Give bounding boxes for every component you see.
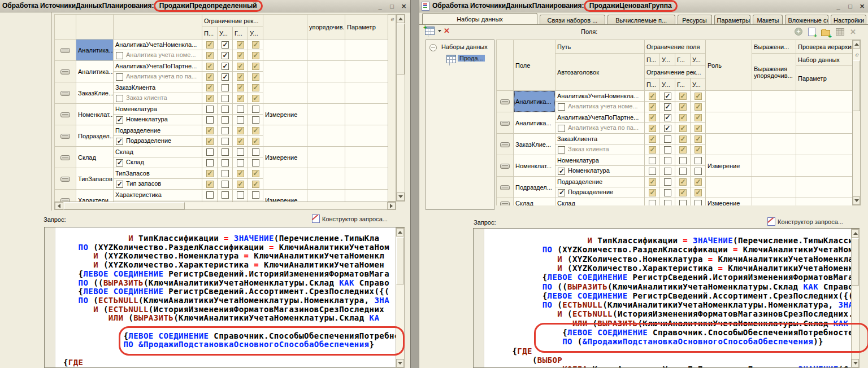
checkbox[interactable] bbox=[695, 168, 702, 175]
restriction-cell[interactable] bbox=[645, 91, 660, 102]
restriction-cell[interactable] bbox=[233, 82, 248, 93]
restriction-cell[interactable] bbox=[645, 134, 660, 144]
checkbox[interactable] bbox=[237, 191, 244, 199]
right-grid-vscrollbar[interactable]: e bbox=[852, 40, 861, 205]
checkbox[interactable] bbox=[695, 93, 702, 100]
checkbox[interactable] bbox=[664, 157, 671, 164]
checkbox[interactable] bbox=[558, 168, 565, 175]
checkbox[interactable] bbox=[679, 178, 687, 186]
restriction-cell[interactable] bbox=[233, 179, 248, 190]
restriction-cell[interactable] bbox=[660, 144, 675, 155]
field-cell[interactable]: ТипЗапасов bbox=[76, 168, 114, 190]
checkbox[interactable] bbox=[649, 114, 656, 121]
tab-3[interactable]: Вычисляемые п... bbox=[607, 15, 675, 25]
checkbox[interactable] bbox=[206, 106, 214, 113]
role-cell[interactable] bbox=[706, 134, 752, 155]
restriction-cell[interactable] bbox=[218, 179, 233, 190]
checkbox[interactable] bbox=[695, 200, 702, 205]
parameter-cell[interactable] bbox=[345, 168, 388, 190]
checkbox[interactable] bbox=[206, 191, 214, 199]
expression-cell[interactable] bbox=[307, 147, 345, 168]
checkbox[interactable] bbox=[679, 125, 687, 132]
path-cell[interactable]: Склад bbox=[555, 198, 645, 206]
close-button[interactable]: ✕ bbox=[400, 2, 408, 10]
row-drag-handle[interactable] bbox=[60, 177, 70, 182]
checkbox[interactable] bbox=[649, 157, 656, 164]
checkbox[interactable] bbox=[558, 189, 565, 196]
checkbox[interactable] bbox=[237, 41, 244, 49]
right-query-vscrollbar[interactable] bbox=[851, 229, 860, 368]
restriction-cell[interactable] bbox=[218, 72, 233, 82]
restriction-cell[interactable] bbox=[248, 40, 263, 50]
role-cell[interactable]: Измерение bbox=[263, 190, 307, 202]
expression-cell[interactable] bbox=[307, 168, 345, 190]
role-cell[interactable] bbox=[263, 82, 307, 104]
checkbox[interactable] bbox=[664, 135, 671, 143]
restriction-cell[interactable] bbox=[248, 168, 263, 179]
add-folder-icon[interactable]: + bbox=[821, 30, 830, 36]
restriction-cell[interactable] bbox=[248, 179, 263, 190]
right-window-titlebar[interactable]: Обработка ИсточникиДанныхПланирования: П… bbox=[419, 0, 868, 12]
restriction-cell[interactable] bbox=[202, 61, 218, 72]
checkbox[interactable] bbox=[664, 200, 671, 205]
restriction-cell[interactable] bbox=[233, 72, 248, 82]
checkbox[interactable] bbox=[695, 114, 702, 121]
checkbox[interactable] bbox=[695, 178, 702, 186]
checkbox[interactable] bbox=[649, 93, 656, 100]
checkbox[interactable] bbox=[695, 189, 702, 196]
tab-2[interactable]: Связи наборов ... bbox=[540, 15, 605, 25]
restriction-cell[interactable] bbox=[675, 91, 691, 102]
restriction-cell[interactable] bbox=[248, 115, 263, 125]
checkbox[interactable] bbox=[116, 95, 123, 102]
checkbox[interactable] bbox=[222, 95, 229, 102]
restriction-cell[interactable] bbox=[675, 144, 691, 155]
checkbox[interactable] bbox=[222, 138, 229, 145]
checkbox[interactable] bbox=[206, 170, 214, 177]
role-cell[interactable]: Измерение bbox=[706, 155, 752, 177]
restriction-cell[interactable] bbox=[218, 168, 233, 179]
restriction-cell[interactable] bbox=[660, 166, 675, 177]
restriction-cell[interactable] bbox=[660, 102, 675, 112]
subpath-cell[interactable]: Склад bbox=[114, 157, 202, 168]
parameter-cell[interactable] bbox=[796, 112, 852, 134]
checkbox[interactable] bbox=[664, 189, 671, 196]
collapse-icon[interactable] bbox=[429, 44, 437, 51]
restriction-cell[interactable] bbox=[675, 123, 691, 134]
checkbox[interactable] bbox=[252, 148, 259, 156]
restriction-cell[interactable] bbox=[233, 93, 248, 104]
parameter-cell[interactable] bbox=[345, 147, 388, 168]
restriction-cell[interactable] bbox=[675, 177, 691, 187]
checkbox[interactable] bbox=[679, 114, 687, 121]
subpath-cell[interactable]: Аналитика учета номе... bbox=[555, 102, 645, 112]
checkbox[interactable] bbox=[649, 135, 656, 143]
restriction-cell[interactable] bbox=[233, 157, 248, 168]
role-cell[interactable] bbox=[263, 40, 307, 61]
restriction-cell[interactable] bbox=[645, 102, 660, 112]
restriction-cell[interactable] bbox=[202, 125, 218, 136]
checkbox[interactable] bbox=[116, 52, 123, 59]
restriction-cell[interactable] bbox=[660, 198, 675, 206]
restriction-cell[interactable] bbox=[248, 72, 263, 82]
add-dataset-button[interactable]: + bbox=[425, 27, 441, 35]
checkbox[interactable] bbox=[237, 159, 244, 167]
expression-cell[interactable] bbox=[307, 40, 345, 61]
left-grid-vscrollbar[interactable] bbox=[396, 14, 405, 201]
scroll-down-button[interactable] bbox=[396, 359, 404, 367]
expression-cell[interactable] bbox=[307, 104, 345, 125]
scroll-up-button[interactable] bbox=[396, 228, 404, 236]
checkbox[interactable] bbox=[237, 106, 244, 113]
copy-field-icon[interactable]: + bbox=[808, 28, 815, 36]
checkbox[interactable] bbox=[222, 106, 229, 113]
subpath-cell[interactable]: Номенклатура bbox=[114, 115, 202, 125]
parameter-cell[interactable] bbox=[345, 82, 388, 104]
checkbox[interactable] bbox=[237, 84, 244, 91]
checkbox[interactable] bbox=[116, 181, 123, 188]
scroll-thumb[interactable] bbox=[397, 24, 405, 75]
row-drag-handle[interactable] bbox=[60, 112, 70, 117]
restriction-cell[interactable] bbox=[675, 166, 691, 177]
parameter-cell[interactable] bbox=[796, 177, 852, 198]
path-cell[interactable]: Склад bbox=[114, 147, 202, 157]
restriction-cell[interactable] bbox=[233, 50, 248, 61]
path-cell[interactable]: АналитикаУчетаПоПартне... bbox=[555, 112, 645, 123]
field-cell[interactable]: Аналитика... bbox=[76, 40, 114, 61]
